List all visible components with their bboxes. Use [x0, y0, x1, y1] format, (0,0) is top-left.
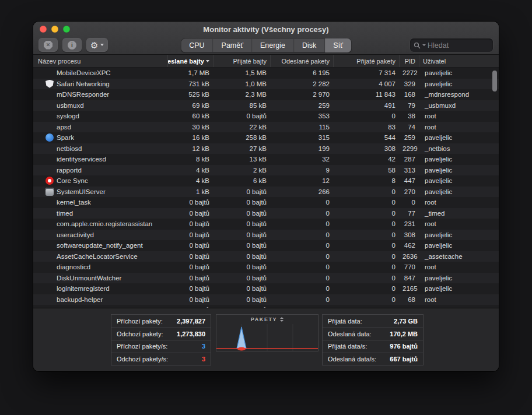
process-name-cell: mDNSResponder	[33, 90, 167, 99]
column-header-5[interactable]: Přijaté pakety	[333, 55, 399, 67]
process-name: MobileDeviceXPC	[57, 69, 111, 76]
table-row[interactable]: com.apple.cmio.registerassistan0 bajtů0 …	[33, 219, 499, 230]
received-bytes-cell: 258 kB	[213, 134, 270, 141]
segment-pamet[interactable]: Paměť	[214, 38, 252, 52]
table-row[interactable]: MobileDeviceXPC1,7 MB1,5 MB6 1957 314227…	[33, 68, 499, 79]
sent-bytes-cell: 0 bajtů	[167, 253, 213, 260]
table-row[interactable]: rapportd4 kB2 kB958313paveljelic	[33, 165, 499, 176]
table-row[interactable]: Core Sync4 kB6 kB128447paveljelic	[33, 175, 499, 187]
column-header-4[interactable]: Odeslané pakety	[270, 55, 333, 67]
segment-cpu[interactable]: CPU	[181, 38, 213, 52]
segment-energie[interactable]: Energie	[252, 38, 294, 52]
process-name-cell: loginitemregisterd	[33, 284, 167, 293]
process-name: diagnosticd	[57, 263, 90, 270]
sent-packets-cell: 315	[270, 134, 333, 141]
process-name-cell: DiskUnmountWatcher	[33, 274, 167, 282]
blank-icon	[46, 145, 54, 153]
received-packets-cell: 0	[333, 112, 399, 119]
column-label: Přijaté bajty	[233, 58, 267, 65]
table-row[interactable]: usbmuxd69 kB85 kB25949179_usbmuxd	[33, 100, 499, 111]
stat-label: Přijatá data/s:	[328, 343, 367, 350]
sent-bytes-cell: 0 bajtů	[167, 263, 213, 270]
titlebar[interactable]: Monitor aktivity (Všechny procesy)	[33, 22, 499, 37]
received-bytes-cell: 85 kB	[213, 102, 270, 109]
search-input[interactable]	[428, 41, 489, 50]
table-row[interactable]: backupd-helper0 bajtů0 bajtů0068root	[33, 294, 499, 305]
process-name: Safari Networking	[57, 80, 110, 87]
user-cell: _netbios	[419, 145, 499, 152]
process-name-cell: syslogd	[33, 112, 167, 120]
blank-icon	[46, 155, 54, 163]
core-sync-icon	[46, 177, 54, 185]
blank-icon	[46, 198, 54, 206]
process-name-cell: usbmuxd	[33, 101, 167, 110]
table-row[interactable]: Spark16 kB258 kB315544259paveljelic	[33, 132, 499, 143]
packets-graph-box: PAKETY	[216, 314, 318, 351]
table-row[interactable]: Safari Networking731 kB1,0 MB2 2824 0073…	[33, 79, 499, 90]
toolbar: ✕ i ⚙ CPUPaměťEnergieDiskSíť	[33, 37, 499, 55]
search-field[interactable]	[410, 38, 493, 52]
received-packets-cell: 42	[333, 156, 399, 163]
table-row[interactable]: DiskUnmountWatcher0 bajtů0 bajtů00847pav…	[33, 273, 499, 284]
table-row[interactable]: mDNSResponder525 kB2,3 MB2 97011 843168_…	[33, 89, 499, 100]
vertical-scrollbar[interactable]	[492, 71, 497, 92]
process-name-cell: Safari Networking	[33, 80, 167, 88]
table-row[interactable]: syslogd60 kB0 bajtů353038root	[33, 111, 499, 122]
sent-packets-cell: 0	[270, 275, 333, 282]
stat-row: Odeslaná data/s:667 bajtů	[323, 353, 423, 365]
graph-metric-selector[interactable]: PAKETY	[216, 315, 318, 324]
process-name-cell: apsd	[33, 123, 167, 131]
table-row[interactable]: identityservicesd8 kB13 kB3242287pavelje…	[33, 154, 499, 165]
process-name-cell: diagnosticd	[33, 263, 167, 271]
table-row[interactable]: softwareupdate_notify_agent0 bajtů0 bajt…	[33, 240, 499, 251]
process-name-cell: useractivityd	[33, 231, 167, 239]
table-row[interactable]: apsd30 kB22 kB1158374root	[33, 122, 499, 133]
process-name: syslogd	[57, 112, 79, 119]
segment-disk[interactable]: Disk	[294, 38, 325, 52]
table-row[interactable]: loginitemregisterd0 bajtů0 bajtů002165pa…	[33, 283, 499, 294]
stat-row: Přijatá data:2,73 GB	[323, 315, 423, 328]
quit-process-button[interactable]: ✕	[38, 38, 58, 52]
received-packets-cell: 491	[333, 102, 399, 109]
received-bytes-cell: 0 bajtů	[213, 188, 270, 195]
pid-cell: 847	[399, 275, 419, 282]
received-packets-cell: 0	[333, 242, 399, 249]
table-row[interactable]: diagnosticd0 bajtů0 bajtů00770root	[33, 262, 499, 273]
sent-bytes-cell: 0 bajtů	[167, 296, 213, 303]
table-row[interactable]: SystemUIServer1 kB0 bajtů2660270paveljel…	[33, 187, 499, 198]
sent-packets-cell: 259	[270, 102, 333, 109]
column-header-6[interactable]: PID	[399, 55, 419, 67]
system-ui-icon	[46, 188, 54, 196]
options-menu-button[interactable]: ⚙	[86, 38, 108, 52]
minimize-button[interactable]	[51, 26, 58, 33]
sent-packets-cell: 0	[270, 220, 333, 227]
inspect-process-button[interactable]: i	[62, 38, 82, 52]
received-bytes-cell: 0 bajtů	[213, 263, 270, 270]
column-header-7[interactable]: Uživatel	[419, 55, 499, 67]
table-row[interactable]: useractivityd0 bajtů0 bajtů00308paveljel…	[33, 230, 499, 241]
segment-sit[interactable]: Síť	[325, 38, 351, 52]
column-header-2[interactable]: Odeslané bajty	[167, 55, 213, 67]
table-row[interactable]: AssetCacheLocatorService0 bajtů0 bajtů00…	[33, 251, 499, 262]
sent-bytes-cell: 0 bajtů	[167, 220, 213, 227]
graph-title: PAKETY	[251, 316, 277, 322]
process-name-cell: kernel_task	[33, 198, 167, 206]
up-down-chevrons-icon	[280, 317, 284, 322]
pid-cell: 74	[399, 124, 419, 131]
table-row[interactable]: netbiosd12 kB27 kB1993082299_netbios	[33, 143, 499, 154]
table-row[interactable]: timed0 bajtů0 bajtů0077_timed	[33, 208, 499, 219]
received-packets-cell: 0	[333, 275, 399, 282]
close-button[interactable]	[40, 26, 47, 33]
zoom-button[interactable]	[63, 26, 70, 33]
sent-packets-cell: 0	[270, 242, 333, 249]
process-name-cell: rapportd	[33, 166, 167, 174]
table-row[interactable]: kernel_task0 bajtů0 bajtů000root	[33, 197, 499, 208]
search-icon	[414, 42, 421, 49]
column-header-1[interactable]: Název procesu	[33, 55, 167, 67]
stat-value: 2,73 GB	[394, 318, 418, 325]
process-name: identityservicesd	[57, 156, 106, 163]
process-name: mDNSResponder	[57, 91, 109, 98]
column-label: Název procesu	[38, 58, 80, 65]
column-header-3[interactable]: Přijaté bajty	[213, 55, 270, 67]
sent-bytes-cell: 0 bajtů	[167, 199, 213, 206]
